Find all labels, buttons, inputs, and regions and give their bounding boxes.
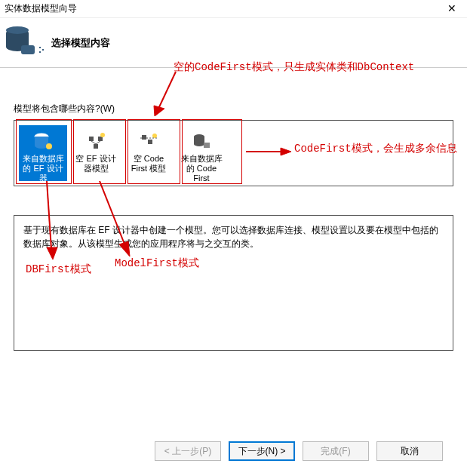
designer-icon: [72, 130, 120, 152]
option-label: 来自数据库的 EF 设计器: [19, 154, 67, 183]
database-icon: [5, 27, 36, 59]
svg-rect-8: [94, 144, 98, 149]
model-options: 来自数据库的 EF 设计器 空 EF 设计器模型 空 Code First 模型…: [14, 120, 453, 186]
svg-rect-12: [142, 135, 146, 140]
svg-point-5: [46, 143, 52, 149]
option-db-code-first[interactable]: 来自数据库的 Code First: [177, 125, 226, 181]
option-empty-ef-designer[interactable]: 空 EF 设计器模型: [72, 125, 120, 181]
wizard-buttons: < 上一步(P) 下一步(N) > 完成(F) 取消: [155, 441, 443, 461]
option-label: 空 Code First 模型: [124, 154, 173, 174]
description-panel: 基于现有数据库在 EF 设计器中创建一个模型。您可以选择数据库连接、模型设置以及…: [14, 215, 453, 351]
next-button[interactable]: 下一步(N) >: [229, 441, 295, 461]
svg-point-11: [100, 133, 105, 137]
code-icon: [124, 130, 173, 152]
wizard-step-title: 选择模型内容: [51, 36, 110, 50]
svg-rect-7: [98, 137, 103, 141]
database-designer-icon: [19, 130, 67, 152]
svg-line-10: [96, 141, 100, 144]
option-empty-code-first[interactable]: 空 Code First 模型: [124, 125, 173, 181]
description-text: 基于现有数据库在 EF 设计器中创建一个模型。您可以选择数据库连接、模型设置以及…: [23, 225, 438, 249]
window-title: 实体数据模型向导: [5, 2, 441, 15]
database-code-icon: [177, 130, 226, 152]
svg-line-9: [91, 141, 96, 144]
svg-point-18: [194, 142, 204, 146]
prev-button[interactable]: < 上一步(P): [155, 441, 221, 461]
close-icon[interactable]: ✕: [441, 2, 462, 17]
svg-rect-19: [204, 143, 210, 148]
option-label: 来自数据库的 Code First: [177, 154, 226, 183]
svg-rect-13: [148, 140, 152, 144]
options-label: 模型将包含哪些内容?(W): [14, 103, 467, 115]
option-label: 空 EF 设计器模型: [72, 154, 120, 174]
cancel-button[interactable]: 取消: [376, 441, 443, 461]
wizard-header: 选择模型内容: [0, 18, 467, 68]
option-db-ef-designer[interactable]: 来自数据库的 EF 设计器: [19, 125, 67, 181]
svg-rect-6: [89, 137, 94, 141]
titlebar: 实体数据模型向导 ✕: [0, 0, 467, 18]
svg-point-14: [152, 134, 157, 138]
finish-button[interactable]: 完成(F): [303, 441, 369, 461]
